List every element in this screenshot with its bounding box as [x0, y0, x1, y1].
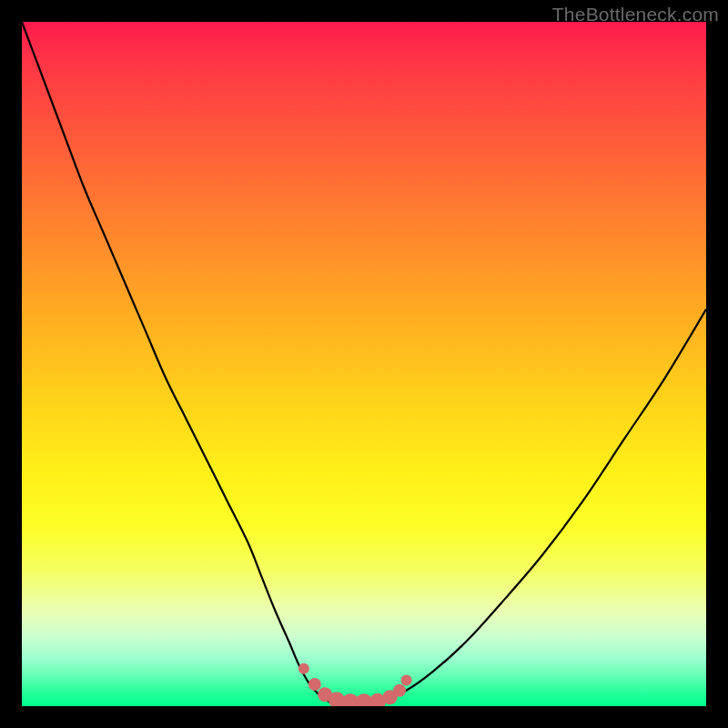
watermark-text: TheBottleneck.com [552, 4, 719, 25]
optimal-dot [393, 684, 406, 697]
outer-frame: TheBottleneck.com [0, 0, 728, 728]
optimal-dot [308, 678, 321, 691]
optimal-markers [298, 663, 412, 706]
bottleneck-curve [22, 22, 706, 706]
chart-svg [22, 22, 706, 706]
optimal-dot [401, 674, 412, 685]
optimal-dot [298, 663, 309, 674]
plot-area [22, 22, 706, 706]
